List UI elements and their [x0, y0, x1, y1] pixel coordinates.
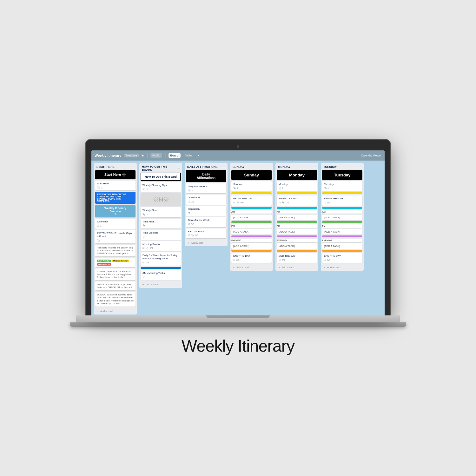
card-review-info[interactable]: REVIEW THE INFO ON THE CARDS BELOW TO GE…	[95, 192, 136, 204]
card-goals-week[interactable]: Goals for the Week ☑0/3	[186, 217, 226, 227]
tuesday-bar-sky	[322, 207, 362, 209]
card-monday-evening-label: EVENING	[277, 239, 317, 242]
list-menu-btn[interactable]: ···	[131, 165, 134, 169]
card-monday-evening-task[interactable]: [ADD A TASK]	[277, 243, 317, 249]
card-start-here-info[interactable]: Start Here 📎1	[95, 181, 136, 190]
list-title: START HERE	[96, 165, 115, 169]
list-menu-btn-sunday[interactable]: ···	[268, 165, 270, 169]
list-title-how-to: HOW TO USE THIS BOARD	[142, 165, 177, 171]
plus-icon6: ＋	[323, 266, 326, 269]
card-sunday-begin-day[interactable]: BEGIN THE DAY ☑📎0/6	[231, 195, 272, 205]
card-daily-affirmations-header[interactable]: DailyAffirmations	[186, 170, 226, 182]
plus-icon2: ＋	[142, 283, 144, 286]
color-bar-blue	[141, 267, 181, 269]
card-instructions[interactable]: INSTRUCTIONS: How to Copy a Board 📎	[95, 230, 136, 243]
card-grateful[interactable]: Grateful for ... ☑0/3	[186, 195, 226, 204]
add-card-tuesday[interactable]: ＋ Add a card	[321, 264, 364, 271]
card-sunday-end-day[interactable]: END THE DAY ☑0/9	[231, 253, 272, 263]
laptop-mockup: Weekly Itinerary Template ★ | Public | B…	[70, 140, 406, 327]
board-view-btn[interactable]: Board	[169, 153, 181, 158]
attachment-icon3: 📎	[142, 188, 145, 190]
checklist-icon: ☑	[97, 225, 99, 227]
card-monday-link[interactable]: Monday 📎 1	[277, 181, 317, 191]
star-icon[interactable]: ★	[141, 154, 144, 157]
card-tuesday-header[interactable]: Tuesday	[322, 170, 362, 180]
card-labels[interactable]: Low Priority Medium Priority High Priori…	[95, 258, 136, 267]
sunday-bar-green	[231, 221, 272, 223]
list-monday: MONDAY ··· Monday Monday 📎 1 BEGIN TH	[275, 163, 318, 271]
card-daily-aff-item[interactable]: Daily Affirmations 📎1	[186, 183, 226, 193]
attachment-icon7: 📎	[142, 276, 145, 278]
card-start-here[interactable]: Start Here ➕	[95, 170, 136, 179]
card-tuesday-evening-task[interactable]: [ADD A TASK]	[322, 243, 362, 249]
card-checklist-info[interactable]: You can add individual project sub-tasks…	[95, 281, 136, 290]
table-view-btn[interactable]: Table	[183, 153, 194, 158]
laptop-screen: Weekly Itinerary Template ★ | Public | B…	[86, 140, 390, 315]
card-sunday-am-label: AM	[231, 210, 272, 214]
card-tuesday-pm-label: PM	[322, 224, 362, 228]
list-menu-btn-daily-aff[interactable]: ···	[222, 165, 225, 169]
list-menu-btn-tuesday[interactable]: ···	[358, 165, 361, 169]
checklist-icon3: ☑	[142, 261, 144, 264]
card-tuesday-pm-task[interactable]: [ADD A TASK]	[322, 229, 362, 235]
card-sunday-am-task[interactable]: [ADD A TASK]	[231, 215, 272, 220]
card-monday-header[interactable]: Monday	[277, 170, 317, 180]
add-card-start-here[interactable]: ＋ Add a card	[94, 308, 137, 314]
add-card-monday[interactable]: ＋ Add a card	[275, 264, 318, 271]
page-title-section: Weekly Itinerary	[182, 336, 294, 355]
checklist-icon4: ☑	[188, 201, 190, 203]
card-tuesday-am-task[interactable]: [ADD A TASK]	[322, 215, 362, 220]
card-tuesday-end-day[interactable]: END THE DAY ☑0/9	[322, 253, 362, 263]
card-images[interactable]: 🖼 🖼 🖼	[141, 193, 181, 206]
image-icon1: 🖼	[153, 197, 158, 202]
card-monday-end-day[interactable]: END THE DAY ☑0/9	[277, 253, 317, 263]
sunday-bar-purple	[231, 235, 272, 237]
card-description[interactable]: The board includes one column (list) for…	[95, 245, 136, 256]
card-monday-pm-label: PM	[277, 224, 317, 228]
low-priority-label: Low Priority	[97, 260, 111, 262]
card-eat-frog[interactable]: Eat That Frog! ☑📎0/3	[186, 228, 226, 238]
attachment-icon8: 📎	[188, 189, 191, 192]
card-time-blocking[interactable]: Time Blocking 📎	[141, 230, 181, 240]
camera	[237, 145, 239, 148]
calendar-power[interactable]: Calendar Power	[361, 154, 381, 157]
add-card-sunday[interactable]: ＋ Add a card	[230, 264, 273, 271]
visibility-badge[interactable]: Public	[150, 153, 162, 158]
list-menu-btn-monday[interactable]: ···	[313, 165, 316, 169]
card-how-to-use[interactable]: How To Use This Board	[141, 173, 181, 181]
card-sunday-header[interactable]: Sunday	[231, 170, 272, 180]
list-title-sunday: SUNDAY	[233, 165, 244, 169]
add-card-daily-aff[interactable]: ＋ Add a card	[185, 240, 228, 246]
card-tuesday-begin-day[interactable]: BEGIN THE DAY ☑0/9	[322, 195, 362, 205]
list-tuesday: TUESDAY ··· Tuesday Tuesday 📎 1 BEGIN	[321, 163, 364, 271]
card-daily-3[interactable]: Daily 3 - Three Tasks for Today that are…	[141, 252, 181, 266]
card-weekly-planning[interactable]: Weekly Planning Tips 📎1	[141, 182, 181, 192]
card-morning-routine[interactable]: Morning Routine ☑📎0/3	[141, 241, 181, 251]
card-sunday-link[interactable]: Sunday 📎 1	[231, 181, 272, 191]
sunday-bar-orange	[231, 250, 272, 252]
card-sunday-pm-task[interactable]: [ADD A TASK]	[231, 229, 272, 235]
plus-icon: ＋	[96, 309, 99, 313]
card-tuesday-link[interactable]: Tuesday 📎 1	[322, 181, 362, 191]
list-menu-btn-how-to[interactable]: ···	[177, 166, 180, 170]
card-am-tasks[interactable]: AM - Morning Tasks 📎	[141, 270, 181, 280]
card-inspiration[interactable]: Inspiration 📎	[186, 206, 226, 216]
attachment-icon5: 📎	[142, 224, 145, 227]
card-sunday-evening-task[interactable]: [ADD A TASK]	[231, 243, 272, 249]
card-tuesday-evening-label: EVENING	[322, 239, 362, 242]
card-labels-info[interactable]: Colored LABELS can be added to each card…	[95, 268, 136, 280]
card-overview[interactable]: Weekly Itinerary Overview ✎	[95, 205, 136, 217]
list-how-to: HOW TO USE THIS BOARD ··· How To Use Thi…	[139, 163, 182, 288]
card-due-dates-info[interactable]: DUE DATES can be added to each card - yo…	[95, 292, 136, 306]
card-weekly-plan[interactable]: Weekly Plan 📎1	[141, 207, 181, 217]
card-time-audit[interactable]: Time Audit 📎	[141, 219, 181, 228]
card-monday-pm-task[interactable]: [ADD A TASK]	[277, 229, 317, 235]
card-overview-link[interactable]: Overview ☑1	[95, 219, 136, 228]
dropdown-btn[interactable]: ▾	[196, 153, 202, 158]
card-monday-am-task[interactable]: [ADD A TASK]	[277, 215, 317, 220]
add-card-how-to[interactable]: ＋ Add a card	[139, 281, 182, 288]
list-daily-affirmations: DAILY AFFIRMATIONS ··· DailyAffirmations…	[185, 163, 228, 246]
card-monday-begin-day[interactable]: BEGIN THE DAY ☑📎0/6	[277, 195, 317, 205]
list-title-tuesday: TUESDAY	[323, 165, 337, 169]
attachment-icon4: 📎	[142, 213, 145, 216]
